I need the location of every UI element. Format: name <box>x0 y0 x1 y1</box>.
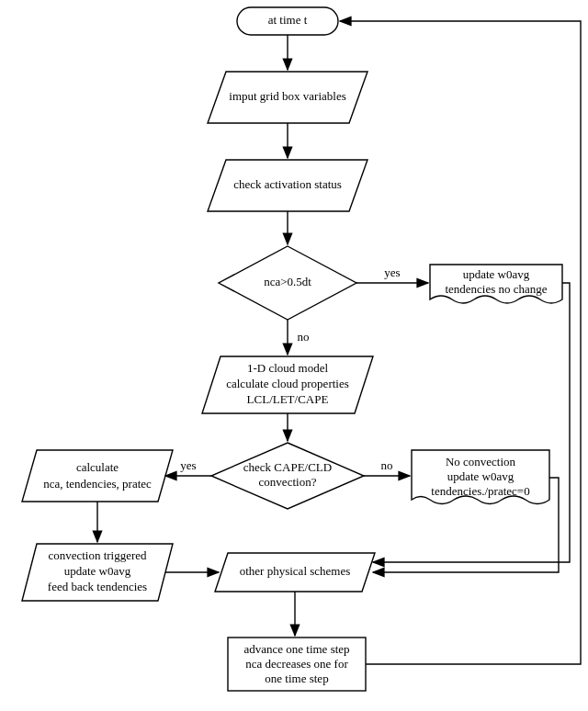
calc-nca-l1: calculate <box>76 460 119 474</box>
triggered-l1: convection triggered <box>48 548 147 562</box>
edge-update-other <box>373 283 570 562</box>
check-activation-node: check activation status <box>208 160 368 211</box>
update-w0avg-node: update w0avg tendencies no change <box>430 265 562 303</box>
decision-cape-node: check CAPE/CLD convection? <box>211 443 364 509</box>
advance-l3: one time step <box>265 672 328 685</box>
decision-nca-node: nca>0.5dt <box>219 246 356 320</box>
no-convection-node: No convection update w0avg tendencies./p… <box>412 450 549 504</box>
triggered-l2: update w0avg <box>64 564 131 578</box>
input-label: imput grid box variables <box>229 89 345 103</box>
start-node: at time t <box>237 7 338 35</box>
update-w0avg-l2: tendencies no change <box>445 282 547 296</box>
decision-cape-l1: check CAPE/CLD <box>243 460 332 474</box>
no-conv-l2: update w0avg <box>447 469 514 483</box>
calc-nca-l2: nca, tendencies, pratec <box>43 477 152 491</box>
decision-cape-l2: convection? <box>259 475 317 489</box>
cloud-model-l2: calculate cloud properties <box>226 377 349 390</box>
no-conv-l1: No convection <box>446 455 516 468</box>
cape-yes-label: yes <box>180 458 196 472</box>
input-node: imput grid box variables <box>208 72 368 123</box>
triggered-l3: feed back tendencies <box>48 580 147 593</box>
nca-no-label: no <box>298 330 310 344</box>
cape-no-label: no <box>381 458 393 472</box>
check-activation-label: check activation status <box>233 177 342 191</box>
edge-loop-back <box>340 21 581 664</box>
update-w0avg-l1: update w0avg <box>463 267 530 281</box>
advance-l2: nca decreases one for <box>245 657 348 671</box>
cloud-model-l3: LCL/LET/CAPE <box>247 392 329 406</box>
other-label: other physical schemes <box>240 564 351 578</box>
advance-l1: advance one time step <box>243 642 349 656</box>
other-node: other physical schemes <box>215 553 375 592</box>
decision-nca-label: nca>0.5dt <box>264 275 311 288</box>
no-conv-l3: tendencies./pratec=0 <box>431 484 529 498</box>
cloud-model-l1: 1-D cloud model <box>247 361 328 375</box>
nca-yes-label: yes <box>384 265 400 279</box>
advance-node: advance one time step nca decreases one … <box>228 638 366 691</box>
cloud-model-node: 1-D cloud model calculate cloud properti… <box>202 356 373 413</box>
start-label: at time t <box>268 13 308 27</box>
triggered-node: convection triggered update w0avg feed b… <box>22 544 173 601</box>
calc-nca-node: calculate nca, tendencies, pratec <box>22 450 173 502</box>
